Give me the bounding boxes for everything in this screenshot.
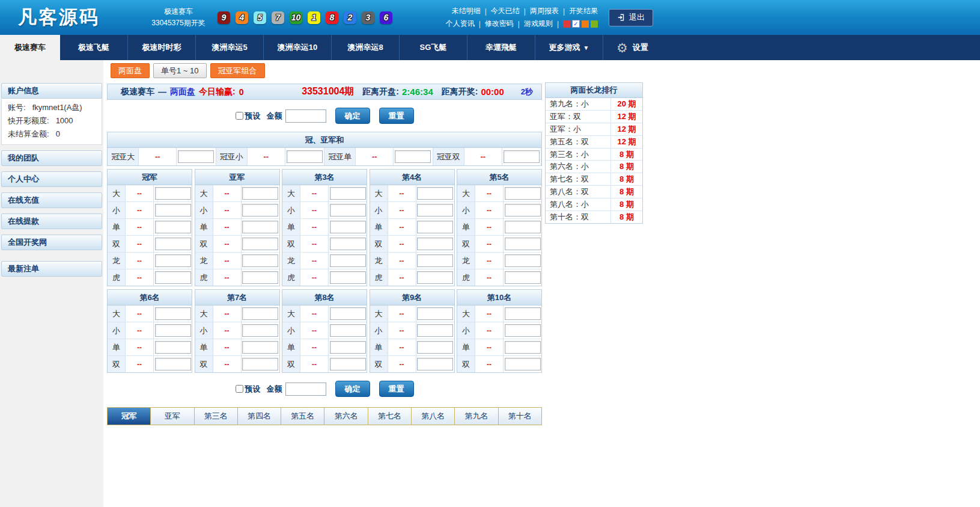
nav-tab-7[interactable]: SG飞艇 bbox=[400, 35, 467, 60]
bet-amount-input[interactable] bbox=[417, 238, 453, 250]
nav-tab-8[interactable]: 幸運飛艇 bbox=[467, 35, 535, 60]
bet-amount-input[interactable] bbox=[155, 307, 191, 320]
position-tab-5[interactable]: 第五名 bbox=[281, 408, 324, 425]
bet-amount-input[interactable] bbox=[330, 307, 366, 320]
position-tab-7[interactable]: 第七名 bbox=[368, 408, 412, 425]
sidebar-item-1[interactable]: 我的团队 bbox=[1, 150, 102, 166]
mode-button-2[interactable]: 单号1 ~ 10 bbox=[153, 63, 207, 78]
mode-button-1[interactable]: 两面盘 bbox=[111, 63, 150, 78]
reset-button[interactable]: 重置 bbox=[379, 108, 414, 124]
bet-amount-input[interactable] bbox=[242, 271, 278, 284]
reset-button[interactable]: 重置 bbox=[379, 381, 414, 397]
bet-amount-input[interactable] bbox=[155, 358, 191, 370]
confirm-button[interactable]: 确定 bbox=[335, 108, 370, 124]
position-tab-9[interactable]: 第九名 bbox=[455, 408, 498, 425]
position-tab-6[interactable]: 第六名 bbox=[324, 408, 368, 425]
bet-amount-input[interactable] bbox=[330, 358, 366, 370]
bet-amount-input[interactable] bbox=[505, 324, 541, 337]
bet-amount-input[interactable] bbox=[417, 254, 453, 267]
bet-amount-input[interactable] bbox=[417, 341, 453, 354]
bet-amount-input[interactable] bbox=[242, 307, 278, 320]
nav-tab-6[interactable]: 澳洲幸运8 bbox=[332, 35, 400, 60]
header-link[interactable]: 开奖结果 bbox=[569, 6, 598, 16]
position-tab-1[interactable]: 冠军 bbox=[108, 408, 151, 425]
nav-tab-5[interactable]: 澳洲幸运10 bbox=[264, 35, 332, 60]
amount-input[interactable] bbox=[285, 109, 326, 123]
bet-amount-input[interactable] bbox=[155, 238, 191, 250]
bet-amount-input[interactable] bbox=[505, 238, 541, 250]
sidebar-item-4[interactable]: 在线提款 bbox=[1, 214, 102, 229]
bet-amount-input[interactable] bbox=[155, 187, 191, 200]
header-link[interactable]: 游戏规则 bbox=[524, 19, 553, 29]
bet-amount-input[interactable] bbox=[417, 324, 453, 337]
bet-amount-input[interactable] bbox=[417, 358, 453, 370]
bet-amount-input[interactable] bbox=[242, 341, 278, 354]
preset-checkbox[interactable] bbox=[236, 112, 243, 120]
nav-tab-3[interactable]: 极速时时彩 bbox=[128, 35, 196, 60]
position-tab-10[interactable]: 第十名 bbox=[499, 408, 541, 425]
header-link[interactable]: 修改密码 bbox=[485, 19, 514, 29]
bet-amount-input[interactable] bbox=[155, 254, 191, 267]
bet-amount-input[interactable] bbox=[330, 271, 366, 284]
sum-bet-amount-input[interactable] bbox=[178, 150, 214, 163]
bet-amount-input[interactable] bbox=[330, 341, 366, 354]
bet-amount-input[interactable] bbox=[417, 221, 453, 233]
bet-amount-input[interactable] bbox=[505, 221, 541, 233]
bet-amount-input[interactable] bbox=[330, 187, 366, 200]
bet-amount-input[interactable] bbox=[330, 254, 366, 267]
bet-amount-input[interactable] bbox=[330, 204, 366, 217]
bet-amount-input[interactable] bbox=[242, 238, 278, 250]
sidebar-item-2[interactable]: 个人中心 bbox=[1, 171, 102, 187]
nav-tab-4[interactable]: 澳洲幸运5 bbox=[196, 35, 264, 60]
nav-tab-2[interactable]: 极速飞艇 bbox=[60, 35, 128, 60]
bet-amount-input[interactable] bbox=[505, 187, 541, 200]
bet-amount-input[interactable] bbox=[330, 238, 366, 250]
bet-amount-input[interactable] bbox=[505, 358, 541, 370]
bet-amount-input[interactable] bbox=[155, 341, 191, 354]
bet-amount-input[interactable] bbox=[417, 204, 453, 217]
preset-checkbox[interactable] bbox=[236, 385, 243, 393]
logout-button[interactable]: 退出 bbox=[609, 9, 653, 26]
bet-amount-input[interactable] bbox=[155, 221, 191, 233]
sum-bet-amount-input[interactable] bbox=[395, 150, 431, 163]
header-link[interactable]: 未结明细 bbox=[452, 6, 481, 16]
bet-amount-input[interactable] bbox=[330, 221, 366, 233]
result-display-checkbox[interactable]: ✓ bbox=[572, 20, 580, 28]
bet-amount-input[interactable] bbox=[505, 254, 541, 267]
bet-amount-input[interactable] bbox=[505, 271, 541, 284]
bet-amount-input[interactable] bbox=[417, 307, 453, 320]
bet-amount-input[interactable] bbox=[155, 271, 191, 284]
mode-button-3[interactable]: 冠亚军组合 bbox=[210, 63, 265, 78]
bet-amount-input[interactable] bbox=[155, 204, 191, 217]
nav-tab-9[interactable]: 更多游戏▼ bbox=[535, 35, 603, 60]
bet-amount-input[interactable] bbox=[505, 307, 541, 320]
bet-amount-input[interactable] bbox=[417, 271, 453, 284]
settings-button[interactable]: ⚙ 设置 bbox=[603, 35, 662, 60]
bet-amount-input[interactable] bbox=[242, 221, 278, 233]
amount-input[interactable] bbox=[285, 383, 326, 396]
header-link[interactable]: 个人资讯 bbox=[446, 19, 475, 29]
position-tab-4[interactable]: 第四名 bbox=[238, 408, 281, 425]
confirm-button[interactable]: 确定 bbox=[335, 381, 370, 397]
position-tab-8[interactable]: 第八名 bbox=[412, 408, 455, 425]
position-tab-3[interactable]: 第三名 bbox=[195, 408, 238, 425]
nav-tab-1[interactable]: 极速赛车 bbox=[0, 35, 60, 60]
bet-amount-input[interactable] bbox=[330, 324, 366, 337]
bet-amount-input[interactable] bbox=[505, 204, 541, 217]
bet-amount-input[interactable] bbox=[242, 254, 278, 267]
bet-amount-input[interactable] bbox=[242, 358, 278, 370]
bet-amount-input[interactable] bbox=[242, 187, 278, 200]
sidebar-item-5[interactable]: 全国开奖网 bbox=[1, 235, 102, 250]
sidebar-item-3[interactable]: 在线充值 bbox=[1, 192, 102, 208]
header-link[interactable]: 今天已结 bbox=[491, 6, 520, 16]
sidebar-item-6[interactable]: 最新注单 bbox=[1, 261, 102, 277]
position-tab-2[interactable]: 亚军 bbox=[151, 408, 194, 425]
bet-amount-input[interactable] bbox=[155, 324, 191, 337]
header-link[interactable]: 两周报表 bbox=[530, 6, 559, 16]
sum-bet-amount-input[interactable] bbox=[287, 150, 323, 163]
bet-amount-input[interactable] bbox=[242, 204, 278, 217]
bet-amount-input[interactable] bbox=[417, 187, 453, 200]
sum-bet-amount-input[interactable] bbox=[504, 150, 540, 163]
bet-amount-input[interactable] bbox=[505, 341, 541, 354]
bet-amount-input[interactable] bbox=[242, 324, 278, 337]
